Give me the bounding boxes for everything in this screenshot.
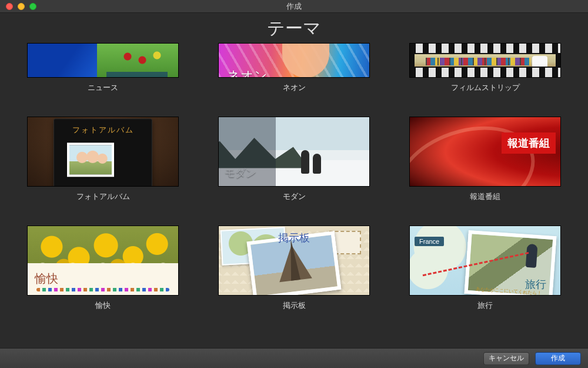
theme-thumb-modern: モダン: [218, 117, 370, 187]
theme-label: 掲示板: [283, 300, 306, 311]
theme-thumb-filmstrip: [409, 43, 561, 78]
theme-label: 報道番組: [470, 191, 500, 202]
theme-label: フォトアルバム: [76, 191, 130, 202]
theme-label: ネオン: [283, 82, 306, 93]
thumb-overlay-text: フォトアルバム: [54, 125, 152, 135]
theme-label: ニュース: [88, 82, 118, 93]
photo-icon: [67, 142, 114, 177]
zoom-icon[interactable]: [29, 3, 36, 10]
travel-tag: France: [415, 237, 444, 246]
thumb-overlay-text: 愉快: [35, 271, 58, 287]
theme-thumb-photoalbum: フォトアルバム: [27, 117, 179, 187]
theme-photoalbum[interactable]: フォトアルバム フォトアルバム: [27, 117, 179, 202]
theme-filmstrip[interactable]: フィルムストリップ: [409, 43, 561, 93]
photo-album-icon: フォトアルバム: [54, 118, 152, 187]
theme-travel[interactable]: France あなたがここにいてくれたら！ 旅行 旅行: [409, 226, 561, 311]
window-controls: [0, 3, 36, 10]
theme-neon[interactable]: ネオン ネオン: [218, 43, 370, 93]
footer: キャンセル 作成: [0, 348, 588, 368]
theme-newsshow[interactable]: 報道番組 報道番組: [409, 117, 561, 202]
theme-label: フィルムストリップ: [451, 82, 520, 93]
create-button[interactable]: 作成: [535, 352, 581, 365]
close-icon[interactable]: [6, 3, 13, 10]
theme-thumb-news: ニュース: [27, 43, 179, 78]
theme-grid: ニュース ニュース ネオン ネオン フィルムストリップ フォトアルバム フォトア…: [0, 43, 588, 311]
theme-thumb-cheerful: 愉快: [27, 226, 179, 296]
theme-thumb-neon: ネオン: [218, 43, 370, 78]
theme-label: 愉快: [95, 300, 111, 311]
section-heading: テーマ: [0, 16, 588, 41]
theme-news[interactable]: ニュース ニュース: [27, 43, 179, 93]
titlebar: 作成: [0, 0, 588, 13]
filmstrip-icon: [410, 44, 560, 77]
window-title: 作成: [0, 1, 588, 12]
thumb-overlay-text: 掲示板: [278, 231, 310, 245]
filmstrip-frame: [415, 54, 556, 67]
theme-thumb-bulletin: 掲示板: [218, 226, 370, 296]
thumb-overlay-text: ネオン: [227, 67, 268, 78]
thumb-overlay-text: モダン: [225, 166, 256, 180]
thumb-overlay-text: ニュース: [106, 72, 168, 78]
theme-label: モダン: [283, 191, 306, 202]
theme-thumb-travel: France あなたがここにいてくれたら！ 旅行: [409, 226, 561, 296]
theme-cheerful[interactable]: 愉快 愉快: [27, 226, 179, 311]
thumb-overlay-text: 報道番組: [502, 132, 556, 154]
cancel-button[interactable]: キャンセル: [483, 352, 529, 365]
theme-thumb-newsshow: 報道番組: [409, 117, 561, 187]
theme-modern[interactable]: モダン モダン: [218, 117, 370, 202]
theme-label: 旅行: [477, 300, 493, 311]
minimize-icon[interactable]: [18, 3, 25, 10]
theme-bulletin[interactable]: 掲示板 掲示板: [218, 226, 370, 311]
thumb-overlay-text: 旅行: [525, 277, 546, 291]
people-icon: [298, 147, 327, 174]
